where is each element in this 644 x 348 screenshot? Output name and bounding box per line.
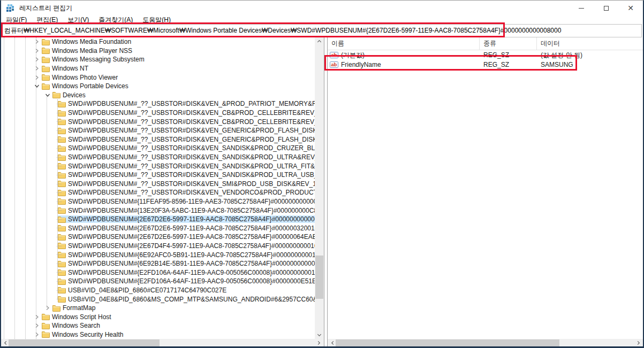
- tree-item-label: SWD#WPDBUSENUM#{13E20F3A-5ABC-11E9-AAC8-…: [68, 207, 315, 214]
- chevron-down-icon[interactable]: [34, 83, 42, 89]
- column-header-type[interactable]: 종류: [480, 37, 537, 50]
- tree-item[interactable]: SWD#WPDBUSENUM#_??_USBSTOR#DISK&VEN_GENE…: [1, 126, 315, 135]
- minimize-button[interactable]: [569, 1, 594, 16]
- tree-item[interactable]: FormatMap: [1, 304, 315, 313]
- close-button[interactable]: ✕: [618, 1, 643, 16]
- chevron-right-icon[interactable]: [34, 322, 42, 329]
- tree-connector-line: [57, 290, 62, 291]
- tree-item[interactable]: SWD#WPDBUSENUM#_??_USBSTOR#DISK&VEN_&PRO…: [1, 99, 315, 109]
- pane-splitter-line[interactable]: [324, 37, 324, 347]
- tree-item[interactable]: USB#VID_04E8&PID_6860&MS_COMP_MTP&SAMSUN…: [1, 295, 315, 304]
- chevron-right-icon[interactable]: [34, 74, 42, 81]
- tree-item[interactable]: SWD#WPDBUSENUM#{11FEAF95-8596-11E9-AAE3-…: [1, 197, 315, 206]
- tree-item-label: Windows Search: [52, 322, 100, 329]
- tree-item-selected[interactable]: SWD#WPDBUSENUM#{2E67D2E6-5997-11E9-AAC8-…: [1, 215, 315, 224]
- tree-item[interactable]: SWD#WPDBUSENUM#_??_USBSTOR#DISK&VEN_CB&P…: [1, 109, 315, 118]
- tree-item[interactable]: SWD#WPDBUSENUM#_??_USBSTOR#DISK&VEN_VEND…: [1, 188, 315, 197]
- tree-item-label: Devices: [63, 91, 86, 99]
- tree-connector-line: [57, 157, 62, 158]
- tree-item[interactable]: SWD#WPDBUSENUM#{E2FD106A-64AF-11E9-AAC9-…: [1, 268, 315, 277]
- tree-vertical-scrollbar-thumb[interactable]: [315, 256, 323, 299]
- tree-item[interactable]: SWD#WPDBUSENUM#{13E20F3A-5ABC-11E9-AAC8-…: [1, 206, 315, 215]
- tree-item-label: SWD#WPDBUSENUM#{E2FD106A-64AF-11E9-AAC9-…: [68, 277, 315, 285]
- folder-icon: [42, 83, 50, 90]
- tree-item[interactable]: SWD#WPDBUSENUM#{2E67D2E6-5997-11E9-AAC8-…: [1, 233, 315, 242]
- window-title: 레지스트리 편집기: [19, 4, 72, 13]
- tree-item[interactable]: SWD#WPDBUSENUM#_??_USBSTOR#DISK&VEN_SAND…: [1, 144, 315, 153]
- tree-item[interactable]: SWD#WPDBUSENUM#{6E92AFC0-5B91-11E9-AAC9-…: [1, 250, 315, 259]
- registry-path-address-bar[interactable]: [1, 24, 642, 37]
- tree-item-label: SWD#WPDBUSENUM#_??_USBSTOR#DISK&VEN_VEND…: [68, 189, 315, 196]
- tree-horizontal-scrollbar-thumb[interactable]: [9, 339, 160, 346]
- value-row-friendlyname[interactable]: abFriendlyNameREG_SZSAMSUNG: [328, 60, 643, 69]
- tree-vertical-scrollbar[interactable]: [315, 37, 324, 339]
- tree-connector-line: [57, 254, 62, 255]
- tree-item[interactable]: SWD#WPDBUSENUM#_??_USBSTOR#DISK&VEN_SAND…: [1, 153, 315, 162]
- tree-item[interactable]: Windows Messaging Subsystem: [1, 55, 315, 64]
- tree-item[interactable]: SWD#WPDBUSENUM#_??_USBSTOR#DISK&VEN_SAND…: [1, 161, 315, 171]
- tree-item[interactable]: SWD#WPDBUSENUM#_??_USBSTOR#DISK&VEN_GENE…: [1, 135, 315, 144]
- chevron-right-icon[interactable]: [34, 56, 42, 63]
- value-row[interactable]: ab(기본값)REG_SZ(값 설정 안 됨): [328, 50, 643, 60]
- tree-item[interactable]: Windows Media Player NSS: [1, 47, 315, 56]
- chevron-right-icon[interactable]: [34, 331, 42, 338]
- tree-item-label: SWD#WPDBUSENUM#{2E67D4F4-5997-11E9-AAC8-…: [68, 242, 315, 250]
- tree-connector-line: [57, 184, 62, 184]
- tree-item[interactable]: Windows NT: [1, 64, 315, 73]
- chevron-right-icon[interactable]: [34, 314, 42, 320]
- tree-item[interactable]: SWD#WPDBUSENUM#_??_USBSTOR#DISK&VEN_SAND…: [1, 171, 315, 180]
- registry-editor-window: 레지스트리 편집기 ✕ 파일(F)편집(E)보기(V)즐겨찾기(A)도움말(H)…: [0, 0, 644, 348]
- scroll-right-arrow-icon[interactable]: [634, 339, 642, 347]
- tree-item[interactable]: SWD#WPDBUSENUM#_??_USBSTOR#DISK&VEN_SMI&…: [1, 180, 315, 189]
- tree-item[interactable]: Windows Photo Viewer: [1, 73, 315, 82]
- chevron-right-icon[interactable]: [34, 65, 42, 72]
- tree-item-label: SWD#WPDBUSENUM#_??_USBSTOR#DISK&VEN_SAND…: [68, 153, 315, 161]
- scroll-up-arrow-icon[interactable]: [315, 37, 323, 45]
- maximize-button[interactable]: [594, 1, 618, 16]
- menu-item[interactable]: 보기(V): [63, 16, 94, 25]
- scroll-right-arrow-icon[interactable]: [315, 339, 323, 347]
- tree-item[interactable]: Windows Media Foundation: [1, 37, 315, 47]
- column-header-data[interactable]: 데이터: [537, 37, 643, 50]
- folder-icon: [42, 38, 50, 45]
- tree-horizontal-scrollbar[interactable]: [1, 339, 324, 347]
- menu-item[interactable]: 도움말(H): [138, 16, 176, 25]
- value-type: REG_SZ: [480, 50, 537, 60]
- tree-item[interactable]: SWD#WPDBUSENUM#{6E92B14E-5B91-11E9-AAC9-…: [1, 259, 315, 268]
- tree-item[interactable]: Windows Script Host: [1, 312, 315, 321]
- registry-tree-pane[interactable]: Windows Media FoundationWindows Media Pl…: [1, 37, 315, 339]
- tree-connector-line: [57, 299, 62, 299]
- tree-connector-line: [57, 148, 62, 149]
- chevron-right-icon[interactable]: [45, 305, 52, 311]
- tree-item[interactable]: Windows Security Health: [1, 330, 315, 339]
- tree-connector-line: [57, 104, 62, 104]
- tree-connector-line: [57, 113, 62, 113]
- tree-item-label: Windows Media Foundation: [52, 38, 131, 45]
- values-list-pane[interactable]: 이름 종류 데이터 ab(기본값)REG_SZ(값 설정 안 됨)abFrien…: [328, 37, 643, 339]
- menu-item[interactable]: 파일(F): [1, 16, 32, 25]
- chevron-right-icon[interactable]: [34, 48, 42, 54]
- tree-item[interactable]: SWD#WPDBUSENUM#{2E67D4F4-5997-11E9-AAC8-…: [1, 242, 315, 251]
- values-horizontal-scrollbar-thumb[interactable]: [336, 339, 559, 346]
- tree-item-label: Windows Media Player NSS: [52, 47, 132, 55]
- scroll-down-arrow-icon[interactable]: [315, 331, 323, 339]
- values-horizontal-scrollbar[interactable]: [328, 339, 643, 347]
- tree-item[interactable]: Windows Portable Devices: [1, 82, 315, 91]
- chevron-right-icon[interactable]: [34, 38, 42, 45]
- chevron-down-icon[interactable]: [45, 92, 52, 98]
- tree-item[interactable]: Devices: [1, 91, 315, 100]
- tree-item-label: SWD#WPDBUSENUM#{2E67D2E6-5997-11E9-AAC8-…: [68, 225, 315, 232]
- string-value-icon: ab: [330, 52, 339, 58]
- menu-item[interactable]: 편집(E): [32, 16, 63, 25]
- tree-item[interactable]: SWD#WPDBUSENUM#_??_USBSTOR#DISK&VEN_CB&P…: [1, 117, 315, 126]
- tree-item[interactable]: SWD#WPDBUSENUM#{E2FD106A-64AF-11E9-AAC9-…: [1, 277, 315, 286]
- menu-item[interactable]: 즐겨찾기(A): [94, 16, 138, 25]
- tree-item-label: SWD#WPDBUSENUM#_??_USBSTOR#DISK&VEN_SAND…: [68, 144, 315, 152]
- folder-icon: [42, 65, 50, 72]
- tree-item[interactable]: USB#VID_04E8&PID_6860#CE0717174C64790C02…: [1, 286, 315, 295]
- value-name: FriendlyName: [341, 61, 381, 68]
- column-header-name[interactable]: 이름: [328, 37, 480, 50]
- tree-item[interactable]: Windows Search: [1, 321, 315, 330]
- tree-item[interactable]: SWD#WPDBUSENUM#{2E67D2E6-5997-11E9-AAC8-…: [1, 223, 315, 233]
- tree-item-label: USB#VID_04E8&PID_6860&MS_COMP_MTP&SAMSUN…: [68, 296, 315, 303]
